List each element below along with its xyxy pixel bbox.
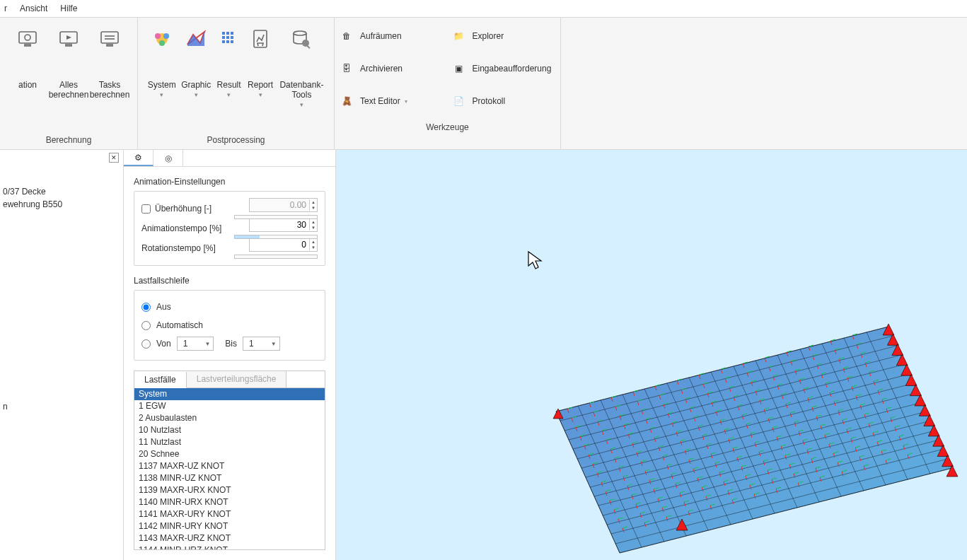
- menu-item-partial[interactable]: r: [4, 4, 7, 13]
- svg-rect-24: [231, 40, 233, 43]
- list-item[interactable]: 1139 MAXR-URX KNOT: [134, 484, 325, 496]
- btn-graphic[interactable]: Graphic▾: [178, 23, 213, 122]
- tab-lastverteilung: Lastverteilungsfläche: [187, 371, 287, 387]
- radio-auto[interactable]: [141, 321, 151, 330]
- anim-settings-title: Animation-Einstellungen: [134, 177, 325, 187]
- svg-marker-5: [66, 35, 71, 40]
- tool-texteditor[interactable]: 🧸Text Editor: [340, 95, 443, 107]
- btn-dbtools[interactable]: Datenbank-Tools▾: [277, 23, 327, 122]
- list-item[interactable]: 1141 MAXR-URY KNOT: [134, 508, 325, 520]
- svg-point-2: [25, 35, 30, 40]
- tool-archivieren[interactable]: 🗄Archivieren: [340, 62, 443, 75]
- loop-title: Lastfallschleife: [134, 276, 325, 286]
- slider-tempo[interactable]: [234, 235, 318, 239]
- svg-rect-20: [226, 36, 229, 39]
- list-item[interactable]: 1144 MINR-URZ KNOT: [134, 544, 325, 550]
- monitor-tasks-icon: [98, 28, 121, 50]
- tool-protokoll[interactable]: 📄Protokoll: [453, 95, 555, 107]
- svg-rect-28: [307, 45, 311, 49]
- btn-system[interactable]: System▾: [145, 23, 178, 122]
- tool-aufraeumen[interactable]: 🗑Aufräumen: [340, 30, 443, 42]
- list-item[interactable]: 11 Nutzlast: [134, 436, 325, 448]
- select-bis[interactable]: 1▼: [243, 337, 280, 351]
- list-item[interactable]: 2 Ausbaulasten: [134, 412, 325, 424]
- list-item[interactable]: 10 Nutzlast: [134, 424, 325, 436]
- svg-point-12: [163, 33, 169, 39]
- menu-ansicht[interactable]: Ansicht: [20, 4, 47, 13]
- list-item[interactable]: 1137 MAXR-UZ KNOT: [134, 460, 325, 472]
- menu-hilfe[interactable]: Hilfe: [60, 4, 77, 13]
- slider-rotation[interactable]: [234, 255, 318, 259]
- result-table-icon: [218, 28, 241, 50]
- btn-alles-berechnen[interactable]: Allesberechnen: [48, 23, 89, 122]
- svg-point-26: [294, 31, 306, 35]
- protokoll-icon: 📄: [453, 95, 465, 107]
- list-item[interactable]: System: [134, 388, 325, 400]
- svg-rect-19: [222, 36, 225, 39]
- graphic-icon: [185, 28, 207, 50]
- select-von[interactable]: 1▼: [177, 337, 214, 351]
- radio-aus[interactable]: [141, 303, 151, 312]
- list-item[interactable]: 1140 MINR-URX KNOT: [134, 496, 325, 508]
- svg-rect-0: [19, 32, 36, 43]
- svg-marker-471: [528, 252, 541, 269]
- btn-ation[interactable]: ation: [7, 23, 48, 122]
- list-item[interactable]: 1142 MINR-URY KNOT: [134, 520, 325, 532]
- system-icon: [151, 28, 173, 50]
- spin-up[interactable]: ▲: [309, 219, 317, 225]
- list-item[interactable]: 1143 MAXR-URZ KNOT: [134, 532, 325, 544]
- close-tree-button[interactable]: ✕: [109, 153, 119, 163]
- svg-rect-23: [226, 40, 229, 43]
- svg-rect-17: [226, 32, 229, 35]
- btn-tasks-berechnen[interactable]: Tasksberechnen: [89, 23, 130, 122]
- btn-result[interactable]: Result▾: [214, 23, 245, 122]
- tree-item-decke[interactable]: 0/37 Decke: [0, 185, 117, 198]
- list-item[interactable]: 20 Schnee: [134, 448, 325, 460]
- slider-ueberhoehung[interactable]: [234, 215, 318, 219]
- tab-lastfaelle[interactable]: Lastfälle: [134, 372, 187, 388]
- texteditor-icon: 🧸: [340, 95, 353, 107]
- folder-icon: 📁: [453, 30, 465, 42]
- svg-rect-18: [231, 32, 233, 35]
- terminal-icon: ▣: [453, 62, 465, 75]
- trash-icon: 🗑: [340, 30, 353, 42]
- svg-marker-29: [556, 327, 952, 553]
- radio-von[interactable]: [141, 339, 151, 349]
- tool-explorer[interactable]: 📁Explorer: [453, 30, 555, 42]
- mouse-cursor: [527, 250, 544, 272]
- svg-rect-16: [222, 32, 225, 35]
- svg-point-11: [155, 33, 161, 39]
- top-menu: r Ansicht Hilfe: [0, 0, 967, 17]
- input-tempo[interactable]: [250, 218, 309, 231]
- svg-point-13: [159, 40, 165, 46]
- side-tab-target[interactable]: ◎: [154, 150, 183, 166]
- group-label-berechnung: Berechnung: [0, 132, 137, 149]
- list-item[interactable]: 1138 MINR-UZ KNOT: [134, 472, 325, 484]
- monitor-play-icon: [57, 28, 80, 50]
- list-item[interactable]: 1 EGW: [134, 400, 325, 412]
- tree-item-n[interactable]: n: [3, 402, 8, 412]
- sliders-icon: ⚙: [134, 153, 142, 163]
- target-icon: ◎: [165, 153, 172, 163]
- left-tree-panel: ✕ 0/37 Decke ewehrung B550 n: [0, 150, 124, 560]
- btn-report[interactable]: Report▾: [244, 23, 276, 122]
- 3d-viewport[interactable]: [336, 150, 967, 560]
- side-tab-settings[interactable]: ⚙: [124, 150, 154, 166]
- svg-rect-7: [107, 45, 112, 46]
- spin-down[interactable]: ▼: [309, 225, 317, 231]
- animation-side-panel: ⚙ ◎ Animation-Einstellungen Überhöhung […: [124, 150, 336, 560]
- group-label-tools: Werkzeuge: [335, 119, 560, 136]
- monitor-gear-icon: [16, 28, 39, 50]
- svg-rect-21: [231, 36, 233, 39]
- label-rotation: Rotationstempo [%]: [141, 243, 227, 253]
- input-ueberhoehung: [250, 199, 309, 211]
- svg-rect-4: [66, 45, 71, 46]
- tree-item-bewehrung[interactable]: ewehrung B550: [0, 198, 117, 211]
- ribbon: ation Allesberechnen Tasksberechnen Bere…: [0, 17, 967, 150]
- svg-rect-1: [25, 45, 30, 46]
- input-rotation[interactable]: [250, 238, 309, 251]
- listbox-lastfaelle[interactable]: System 1 EGW 2 Ausbaulasten 10 Nutzlast …: [134, 387, 325, 550]
- tool-eingabe[interactable]: ▣Eingabeaufforderung: [453, 62, 555, 75]
- checkbox-ueberhoehung[interactable]: [141, 204, 151, 214]
- report-icon: [249, 28, 272, 50]
